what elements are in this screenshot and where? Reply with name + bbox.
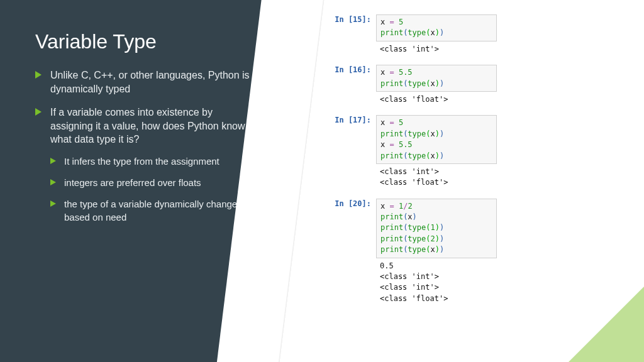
sub-bullet-item: integers are preferred over floats — [50, 177, 252, 189]
accent-triangle — [569, 287, 644, 362]
cell-output: <class 'int'> — [376, 41, 497, 55]
sub-bullet-list: It infers the type from the assignment i… — [50, 155, 252, 224]
code-input: x = 5 print(type(x)) — [376, 14, 497, 41]
code-input: x = 1/2 print(x) print(type(1)) print(ty… — [376, 199, 497, 258]
code-area: In [15]:x = 5 print(type(x))<class 'int'… — [327, 14, 497, 314]
code-input: x = 5.5 print(type(x)) — [376, 65, 497, 92]
cell-prompt: In [16]: — [327, 65, 376, 75]
slide-title: Variable Type — [35, 30, 252, 53]
slide: Variable Type Unlike C, C++, or other la… — [0, 0, 644, 362]
code-cell: In [17]:x = 5 print(type(x)) x = 5.5 pri… — [327, 115, 497, 188]
cell-output: 0.5 <class 'int'> <class 'int'> <class '… — [376, 258, 497, 305]
bullet-text: If a variable comes into existence by as… — [50, 107, 245, 145]
sub-bullet-item: It infers the type from the assignment — [50, 155, 252, 168]
code-cell: In [20]:x = 1/2 print(x) print(type(1)) … — [327, 199, 497, 305]
cell-prompt: In [15]: — [327, 14, 376, 25]
cell-prompt: In [20]: — [327, 199, 376, 209]
cell-prompt: In [17]: — [327, 115, 376, 126]
bullet-item: If a variable comes into existence by as… — [35, 106, 252, 224]
bullet-list: Unlike C, C++, or other languages, Pytho… — [35, 69, 252, 224]
bullet-item: Unlike C, C++, or other languages, Pytho… — [35, 69, 252, 96]
sub-bullet-item: the type of a variable dynamically chang… — [50, 198, 252, 224]
code-input: x = 5 print(type(x)) x = 5.5 print(type(… — [376, 115, 497, 164]
code-cell: In [16]:x = 5.5 print(type(x))<class 'fl… — [327, 65, 497, 105]
cell-output: <class 'float'> — [376, 92, 497, 105]
cell-output: <class 'int'> <class 'float'> — [376, 164, 497, 189]
code-cell: In [15]:x = 5 print(type(x))<class 'int'… — [327, 14, 497, 55]
